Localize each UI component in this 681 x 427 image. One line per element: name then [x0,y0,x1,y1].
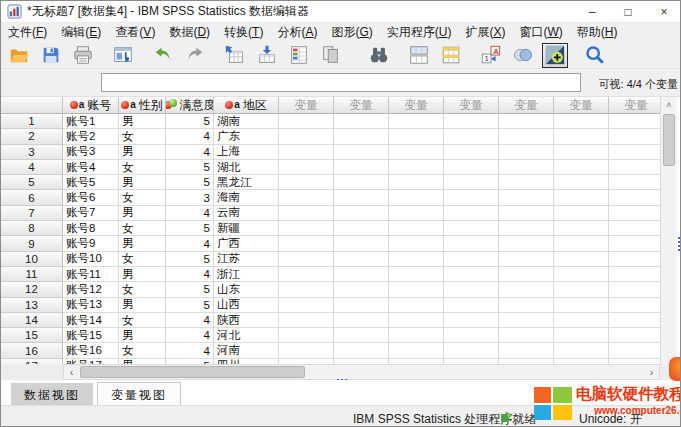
data-cell[interactable]: 黑龙江 [214,175,279,190]
empty-cell[interactable] [444,129,499,144]
empty-cell[interactable] [279,129,334,144]
empty-cell[interactable] [334,282,389,297]
data-cell[interactable]: 账号8 [63,221,119,236]
row-header-6[interactable]: 6 [1,190,63,205]
empty-cell[interactable] [389,190,444,205]
empty-cell[interactable] [444,282,499,297]
minimize-button[interactable]: – [574,1,610,23]
empty-cell[interactable] [609,190,660,205]
empty-cell[interactable] [279,252,334,267]
data-cell[interactable]: 4 [166,328,214,343]
data-cell[interactable]: 浙江 [214,267,279,282]
empty-cell[interactable] [554,114,609,129]
data-cell[interactable]: 男 [119,114,166,129]
row-header-3[interactable]: 3 [1,145,63,160]
empty-cell[interactable] [554,252,609,267]
data-cell[interactable]: 账号14 [63,313,119,328]
empty-cell[interactable] [334,190,389,205]
data-cell[interactable]: 山东 [214,282,279,297]
empty-cell[interactable] [389,252,444,267]
empty-cell[interactable] [389,221,444,236]
empty-cell[interactable] [279,313,334,328]
empty-column-header[interactable]: 变量 [389,97,444,114]
empty-column-header[interactable]: 变量 [609,97,660,114]
empty-cell[interactable] [389,175,444,190]
empty-cell[interactable] [499,298,554,313]
empty-cell[interactable] [389,267,444,282]
empty-cell[interactable] [499,236,554,251]
empty-cell[interactable] [389,129,444,144]
empty-cell[interactable] [389,343,444,358]
empty-cell[interactable] [609,145,660,160]
empty-cell[interactable] [499,267,554,282]
data-cell[interactable]: 账号11 [63,267,119,282]
empty-cell[interactable] [444,190,499,205]
empty-cell[interactable] [499,175,554,190]
empty-cell[interactable] [334,313,389,328]
empty-cell[interactable] [444,313,499,328]
tab-variable-view[interactable]: 变量视图 [97,382,181,407]
row-header-9[interactable]: 9 [1,236,63,251]
empty-column-header[interactable]: 变量 [279,97,334,114]
empty-column-header[interactable]: 变量 [444,97,499,114]
scroll-left-arrow-icon[interactable]: ‹ [64,365,79,379]
empty-cell[interactable] [554,313,609,328]
data-cell[interactable]: 4 [166,206,214,221]
empty-cell[interactable] [499,343,554,358]
data-cell[interactable]: 陕西 [214,313,279,328]
print-icon[interactable] [70,43,96,68]
empty-cell[interactable] [609,298,660,313]
empty-cell[interactable] [279,343,334,358]
empty-cell[interactable] [389,282,444,297]
close-button[interactable]: × [646,1,681,23]
menu-item-f[interactable]: 文件(F) [1,22,54,43]
data-cell[interactable]: 5 [166,221,214,236]
data-cell[interactable]: 女 [119,252,166,267]
empty-cell[interactable] [554,343,609,358]
empty-cell[interactable] [389,114,444,129]
empty-cell[interactable] [499,328,554,343]
data-cell[interactable]: 5 [166,160,214,175]
empty-cell[interactable] [554,175,609,190]
empty-cell[interactable] [499,190,554,205]
empty-cell[interactable] [334,236,389,251]
row-header-12[interactable]: 12 [1,282,63,297]
empty-cell[interactable] [609,221,660,236]
data-cell[interactable]: 账号6 [63,190,119,205]
data-cell[interactable]: 女 [119,190,166,205]
variables-icon[interactable] [286,43,312,68]
data-cell[interactable]: 广东 [214,129,279,144]
data-cell[interactable]: 江苏 [214,252,279,267]
data-cell[interactable]: 女 [119,313,166,328]
data-cell[interactable]: 河南 [214,343,279,358]
row-header-1[interactable]: 1 [1,114,63,129]
empty-cell[interactable] [279,282,334,297]
data-cell[interactable]: 账号1 [63,114,119,129]
menu-item-e[interactable]: 编辑(E) [54,22,108,43]
data-cell[interactable]: 湖南 [214,114,279,129]
row-header-7[interactable]: 7 [1,206,63,221]
empty-cell[interactable] [499,114,554,129]
data-cell[interactable]: 账号12 [63,282,119,297]
data-cell[interactable]: 5 [166,282,214,297]
empty-cell[interactable] [334,206,389,221]
empty-cell[interactable] [389,145,444,160]
vertical-scroll-thumb[interactable] [663,114,675,166]
menu-item-u[interactable]: 实用程序(U) [380,22,459,43]
menu-item-t[interactable]: 转换(T) [217,22,270,43]
redo-icon[interactable] [182,43,208,68]
empty-cell[interactable] [279,236,334,251]
empty-cell[interactable] [499,282,554,297]
empty-cell[interactable] [279,114,334,129]
maximize-button[interactable]: □ [610,1,646,23]
empty-column-header[interactable]: 变量 [554,97,609,114]
empty-cell[interactable] [334,114,389,129]
empty-cell[interactable] [334,267,389,282]
horizontal-scrollbar[interactable]: ‹ › [63,364,660,380]
goto-case-icon[interactable] [222,43,248,68]
data-cell[interactable]: 账号15 [63,328,119,343]
menu-item-d[interactable]: 数据(D) [162,22,217,43]
empty-cell[interactable] [609,252,660,267]
cell-editor-input[interactable] [101,73,581,92]
empty-cell[interactable] [279,190,334,205]
